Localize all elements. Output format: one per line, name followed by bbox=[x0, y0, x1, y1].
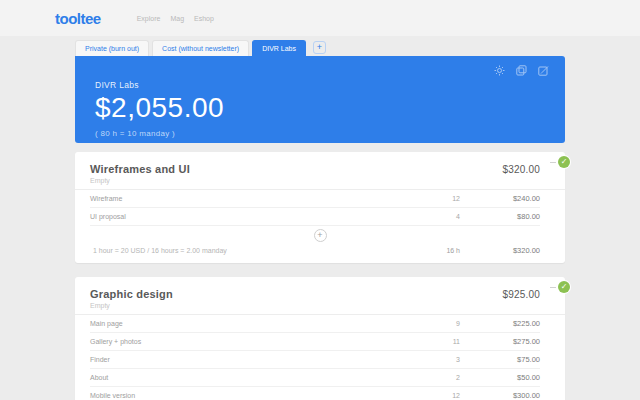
item-amount: $80.00 bbox=[460, 212, 540, 221]
section-card-graphic-design: ✓ Graphic design $925.00 Empty Main page… bbox=[75, 277, 565, 400]
section-subtitle: Empty bbox=[75, 175, 565, 190]
line-item-row[interactable]: Main page 9 $225.00 bbox=[90, 315, 540, 333]
summary-card: DIVR Labs $2,055.00 ( 80 h = 10 manday ) bbox=[75, 56, 565, 143]
section-total: $925.00 bbox=[502, 289, 540, 300]
item-quantity: 4 bbox=[410, 213, 460, 220]
section-complete-badge[interactable]: ✓ bbox=[558, 156, 570, 168]
line-item-row[interactable]: Wireframe 12 $240.00 bbox=[90, 190, 540, 208]
item-quantity: 9 bbox=[410, 320, 460, 327]
tab-cost[interactable]: Cost (without newsletter) bbox=[152, 40, 249, 56]
total-hours: 16 h bbox=[410, 247, 460, 254]
footer-amount: $320.00 bbox=[460, 246, 540, 255]
item-amount: $225.00 bbox=[460, 319, 540, 328]
estimate-tabbar: Private (burn out) Cost (without newslet… bbox=[75, 40, 565, 56]
section-subtitle: Empty bbox=[75, 300, 565, 315]
item-quantity: 12 bbox=[410, 195, 460, 202]
section-header: Graphic design $925.00 bbox=[75, 277, 565, 300]
item-amount: $50.00 bbox=[460, 373, 540, 382]
line-item-row[interactable]: Mobile version 12 $300.00 bbox=[90, 387, 540, 400]
summary-subtitle: ( 80 h = 10 manday ) bbox=[95, 129, 545, 138]
tab-private[interactable]: Private (burn out) bbox=[75, 40, 149, 56]
section-card-wireframes: ✓ Wireframes and UI $320.00 Empty Wirefr… bbox=[75, 152, 565, 263]
section-title: Graphic design bbox=[90, 288, 173, 300]
summary-title: DIVR Labs bbox=[95, 80, 545, 90]
section-complete-badge[interactable]: ✓ bbox=[558, 281, 570, 293]
item-quantity: 3 bbox=[410, 356, 460, 363]
item-label: Wireframe bbox=[90, 195, 410, 202]
estimate-content: Private (burn out) Cost (without newslet… bbox=[75, 40, 565, 400]
badge-connector bbox=[550, 162, 556, 163]
item-label: About bbox=[90, 374, 410, 381]
nav-link-explore[interactable]: Explore bbox=[137, 15, 161, 22]
duplicate-icon[interactable] bbox=[516, 65, 527, 76]
item-label: Main page bbox=[90, 320, 410, 327]
tab-divr-labs[interactable]: DIVR Labs bbox=[252, 40, 306, 56]
item-label: Finder bbox=[90, 356, 410, 363]
item-label: Gallery + photos bbox=[90, 338, 410, 345]
item-amount: $240.00 bbox=[460, 194, 540, 203]
edit-icon[interactable] bbox=[538, 65, 549, 76]
line-item-row[interactable]: Finder 3 $75.00 bbox=[90, 351, 540, 369]
rate-note: 1 hour = 20 USD / 16 hours = 2.00 manday bbox=[93, 247, 410, 254]
nav-link-eshop[interactable]: Eshop bbox=[194, 15, 214, 22]
badge-connector bbox=[550, 287, 556, 288]
summary-card-actions bbox=[494, 65, 549, 76]
line-item-row[interactable]: UI proposal 4 $80.00 bbox=[90, 208, 540, 226]
section-header: Wireframes and UI $320.00 bbox=[75, 152, 565, 175]
nav-link-mag[interactable]: Mag bbox=[170, 15, 184, 22]
tooltee-logo[interactable]: tooltee bbox=[55, 10, 101, 27]
add-tab-button[interactable]: + bbox=[313, 41, 326, 54]
item-quantity: 11 bbox=[410, 338, 460, 345]
item-amount: $300.00 bbox=[460, 391, 540, 400]
item-quantity: 12 bbox=[410, 392, 460, 399]
item-quantity: 2 bbox=[410, 374, 460, 381]
top-navigation-bar: tooltee Explore Mag Eshop bbox=[0, 0, 640, 36]
item-amount: $275.00 bbox=[460, 337, 540, 346]
section-total: $320.00 bbox=[502, 164, 540, 175]
summary-total-amount: $2,055.00 bbox=[95, 92, 545, 124]
section-footer: 1 hour = 20 USD / 16 hours = 2.00 manday… bbox=[93, 244, 540, 256]
item-amount: $75.00 bbox=[460, 355, 540, 364]
main-nav: Explore Mag Eshop bbox=[137, 15, 214, 22]
add-item-button[interactable]: + bbox=[314, 229, 327, 242]
line-item-row[interactable]: About 2 $50.00 bbox=[90, 369, 540, 387]
section-title: Wireframes and UI bbox=[90, 163, 190, 175]
add-item-row: + bbox=[75, 226, 565, 244]
line-item-row[interactable]: Gallery + photos 11 $275.00 bbox=[90, 333, 540, 351]
item-label: Mobile version bbox=[90, 392, 410, 399]
item-label: UI proposal bbox=[90, 213, 410, 220]
settings-icon[interactable] bbox=[494, 65, 505, 76]
